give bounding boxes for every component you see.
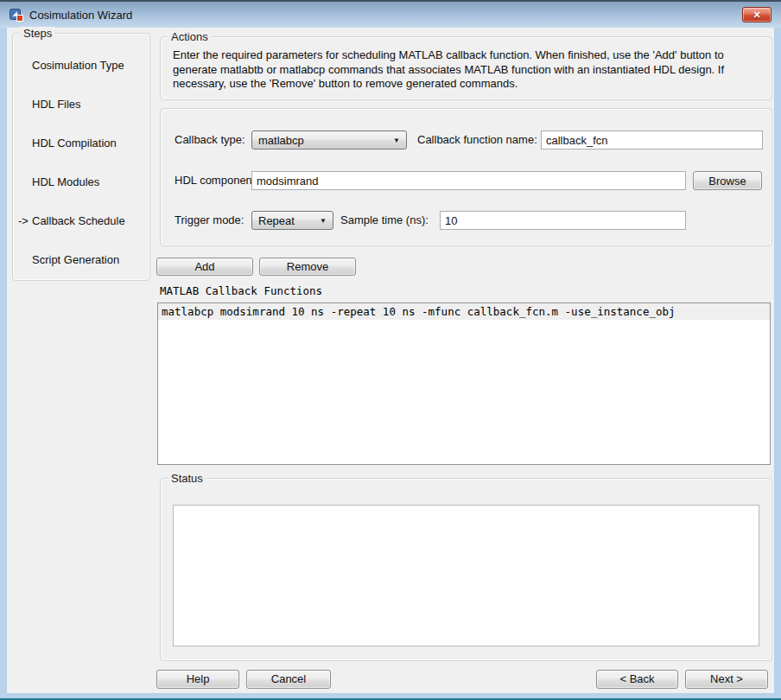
trigger-mode-label: Trigger mode:: [175, 211, 244, 230]
titlebar[interactable]: Cosimulation Wizard ✕: [0, 0, 781, 28]
step-item-script-generation: Script Generation: [13, 251, 149, 270]
add-button[interactable]: Add: [156, 258, 253, 276]
steps-title: Steps: [20, 27, 55, 40]
step-active-marker: [18, 56, 32, 75]
browse-button[interactable]: Browse: [693, 171, 762, 190]
cancel-button[interactable]: Cancel: [246, 670, 331, 689]
chevron-down-icon: ▼: [393, 137, 400, 144]
steps-list: Cosimulation Type HDL Files HDL Compilat…: [13, 34, 149, 270]
actions-title: Actions: [168, 30, 212, 43]
actions-description: Enter the required parameters for schedu…: [161, 37, 771, 92]
callback-function-name-label: Callback function name:: [417, 130, 537, 150]
step-active-marker: [18, 95, 32, 114]
step-item-hdl-files: HDL Files: [13, 95, 149, 114]
hdl-component-input[interactable]: [251, 171, 686, 190]
step-active-marker: ->: [18, 212, 32, 231]
trigger-mode-dropdown[interactable]: Repeat ▼: [251, 211, 333, 230]
callback-parameters-groupbox: Callback type: matlabcp ▼ Callback funct…: [160, 108, 772, 246]
back-button[interactable]: < Back: [596, 670, 678, 689]
step-active-marker: [18, 173, 32, 192]
status-groupbox: Status: [160, 478, 772, 661]
sample-time-label: Sample time (ns):: [340, 211, 429, 230]
help-button[interactable]: Help: [156, 670, 239, 689]
callback-type-dropdown[interactable]: matlabcp ▼: [251, 130, 407, 150]
callback-functions-listbox: matlabcp modsimrand 10 ns -repeat 10 ns …: [157, 302, 771, 465]
close-button[interactable]: ✕: [742, 7, 771, 22]
step-active-marker: [18, 134, 32, 153]
next-button[interactable]: Next >: [685, 670, 768, 689]
status-output-area: [173, 505, 759, 646]
callback-type-label: Callback type:: [175, 130, 245, 150]
steps-groupbox: Steps Cosimulation Type HDL Files HDL Co…: [12, 33, 150, 281]
step-item-callback-schedule: -> Callback Schedule: [13, 212, 149, 231]
cosimulation-wizard-window: Cosimulation Wizard ✕ Steps Cosimulation…: [0, 0, 781, 700]
status-title: Status: [168, 472, 206, 485]
callback-type-value: matlabcp: [258, 134, 304, 147]
callback-function-name-input[interactable]: [541, 130, 763, 150]
step-item-hdl-modules: HDL Modules: [13, 173, 149, 192]
callback-functions-title: MATLAB Callback Functions: [160, 284, 322, 297]
hdl-component-label: HDL component:: [175, 171, 258, 190]
sample-time-input[interactable]: [440, 211, 686, 230]
dialog-content: Steps Cosimulation Type HDL Files HDL Co…: [7, 28, 774, 693]
window-title: Cosimulation Wizard: [29, 9, 132, 22]
remove-button[interactable]: Remove: [259, 258, 356, 276]
chevron-down-icon: ▼: [320, 217, 327, 225]
step-item-hdl-compilation: HDL Compilation: [13, 134, 149, 153]
step-item-cosimulation-type: Cosimulation Type: [13, 56, 149, 75]
step-active-marker: [18, 251, 32, 270]
app-icon: [10, 8, 23, 22]
callback-function-entry[interactable]: matlabcp modsimrand 10 ns -repeat 10 ns …: [158, 303, 770, 320]
trigger-mode-value: Repeat: [258, 214, 295, 227]
actions-groupbox: Actions Enter the required parameters fo…: [160, 36, 772, 100]
